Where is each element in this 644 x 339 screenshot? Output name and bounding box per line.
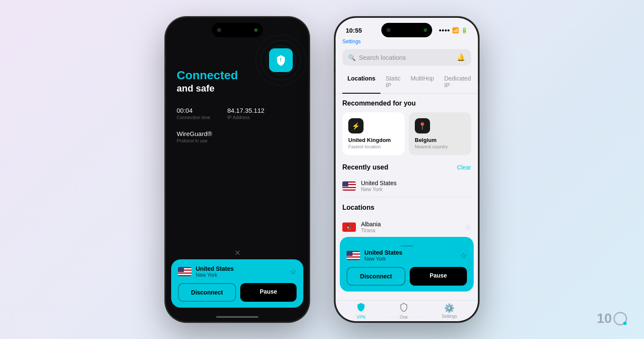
left-disconnect-button[interactable]: Disconnect [178, 283, 236, 302]
watermark-dot [623, 322, 627, 325]
status-time: 10:55 [346, 27, 362, 34]
search-input[interactable]: Search locations [359, 54, 406, 61]
rec-uk-country: United Kingdom [348, 137, 399, 143]
clear-button[interactable]: Clear [457, 164, 471, 171]
left-us-flag [178, 267, 192, 276]
rec-belgium-icon: 📍 [415, 118, 430, 133]
ip-address-label: IP Address [228, 115, 265, 120]
back-button[interactable]: Settings [342, 39, 361, 44]
right-di-indicator [424, 28, 427, 32]
rec-card-uk[interactable]: ⚡ United Kingdom Fastest location [342, 112, 405, 155]
silent-button[interactable] [165, 55, 166, 67]
vpn-shield-button[interactable] [269, 48, 293, 72]
al-flag-bg [342, 222, 356, 232]
right-phone: 10:55 ●●●● 📶 🔋 Settings 🔍 Search locatio… [335, 17, 479, 322]
albania-flag [342, 222, 356, 232]
right-volume-down-button[interactable] [335, 93, 335, 110]
di-indicator [254, 28, 258, 32]
dynamic-island-left [212, 23, 263, 37]
right-pause-button[interactable]: Pause [410, 267, 467, 286]
protocol-label: Protocol in use [177, 138, 298, 143]
rec-uk-icon: ⚡ [348, 118, 364, 133]
volume-down-button[interactable] [165, 93, 166, 110]
watermark-number: 10 [597, 311, 612, 326]
right-us-flag-bg [347, 251, 360, 260]
tab-bar-one[interactable]: One [393, 301, 414, 321]
right-volume-up-button[interactable] [335, 72, 335, 89]
right-di-camera [386, 28, 391, 32]
locations-title: Locations [342, 204, 471, 211]
left-home-indicator [166, 313, 308, 321]
right-phone-inner: 10:55 ●●●● 📶 🔋 Settings 🔍 Search locatio… [336, 18, 478, 321]
left-city: New York [196, 272, 290, 278]
rec-card-belgium[interactable]: 📍 Belgium Nearest country [409, 112, 471, 155]
tab-bar-vpn[interactable]: VPN [350, 301, 372, 321]
us-flag-bg [178, 267, 192, 276]
ip-address-stat: 84.17.35.112 IP Address [228, 107, 265, 120]
left-phone: Connected and safe 00:04 Connection time… [165, 17, 309, 322]
shield-icon [275, 54, 287, 66]
right-screen: 10:55 ●●●● 📶 🔋 Settings 🔍 Search locatio… [336, 18, 478, 321]
right-disconnect-button[interactable]: Disconnect [347, 267, 405, 286]
right-silent-button[interactable] [335, 55, 335, 67]
vpn-orb-container [262, 41, 300, 79]
left-favorite-button[interactable]: ☆ [290, 267, 297, 276]
scroll-indicator [400, 245, 413, 247]
watermark-circle [613, 312, 627, 325]
settings-tab-icon: ⚙️ [444, 303, 455, 313]
recently-used-item-us[interactable]: United States New York [342, 175, 471, 197]
one-tab-icon [399, 303, 408, 314]
left-country: United States [196, 265, 290, 272]
albania-country: Albania [361, 221, 464, 228]
volume-up-button[interactable] [165, 72, 166, 89]
connection-time-stat: 00:04 Connection time [177, 107, 211, 120]
right-location-info: United States New York [364, 249, 460, 262]
wifi-icon: 📶 [452, 27, 459, 33]
search-icon: 🔍 [348, 54, 355, 61]
connection-time-value: 00:04 [177, 107, 211, 114]
protocol-row: WireGuard® Protocol in use [177, 130, 298, 143]
power-button[interactable] [309, 83, 309, 112]
watermark: 10 [597, 311, 627, 326]
right-us-flag [347, 251, 360, 260]
right-connected-bar: United States New York ☆ Disconnect Paus… [340, 237, 474, 292]
tab-bar: VPN One ⚙️ Settings [336, 300, 478, 321]
tab-multihop[interactable]: MultiHop [405, 72, 439, 94]
status-icons: ●●●● 📶 🔋 [439, 27, 468, 33]
left-action-buttons: Disconnect Pause [178, 283, 297, 302]
search-bar[interactable]: 🔍 Search locations 🔔 [342, 49, 471, 66]
bell-icon[interactable]: 🔔 [457, 53, 465, 61]
location-albania[interactable]: Albania Tirana ☆ [342, 217, 471, 238]
recommended-cards: ⚡ United Kingdom Fastest location 📍 Belg… [342, 112, 471, 155]
settings-tab-label: Settings [442, 314, 457, 319]
right-favorite-button[interactable]: ☆ [460, 251, 467, 260]
protocol-value: WireGuard® [177, 130, 298, 137]
recently-us-flag-bg [342, 181, 356, 191]
tabs-row: Locations Static IP MultiHop Dedicated I… [336, 67, 478, 94]
connection-time-label: Connection time [177, 115, 211, 120]
one-tab-label: One [400, 315, 408, 320]
right-content: Recommended for you ⚡ United Kingdom Fas… [336, 94, 478, 313]
albania-info: Albania Tirana [361, 221, 464, 233]
albania-favorite-button[interactable]: ☆ [464, 222, 471, 232]
recently-us-country: United States [361, 180, 471, 186]
tab-locations[interactable]: Locations [342, 72, 380, 94]
tab-bar-settings[interactable]: ⚙️ Settings [436, 301, 463, 320]
recently-us-city: New York [361, 186, 471, 192]
close-bar: ✕ [166, 245, 308, 259]
tab-dedicated-ip[interactable]: Dedicated IP [439, 72, 476, 94]
recently-used-title: Recently used [342, 164, 388, 171]
tab-static-ip[interactable]: Static IP [380, 72, 405, 94]
ip-address-value: 84.17.35.112 [228, 107, 265, 114]
vpn-tab-label: VPN [357, 315, 366, 320]
recently-us-info: United States New York [361, 180, 471, 192]
nav-back-row: Settings [336, 36, 478, 45]
right-power-button[interactable] [478, 83, 479, 112]
right-location-row: United States New York ☆ [347, 249, 467, 262]
close-button[interactable]: ✕ [234, 248, 241, 258]
signal-icon: ●●●● [439, 28, 450, 33]
left-pause-button[interactable]: Pause [240, 283, 297, 302]
left-location-info: United States New York [196, 265, 290, 278]
right-action-buttons: Disconnect Pause [347, 267, 467, 286]
recently-us-flag [342, 181, 356, 191]
